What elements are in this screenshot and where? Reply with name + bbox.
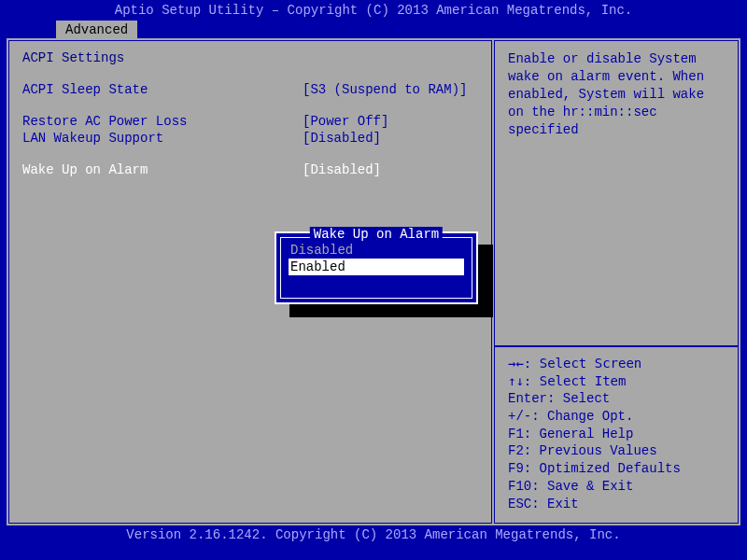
popup-title: Wake Up on Alarm — [310, 227, 443, 242]
legend-select-screen: →←: Select Screen — [508, 355, 725, 372]
setting-value: [Disabled] — [303, 131, 478, 146]
help-panel: Enable or disable System wake on alarm e… — [493, 39, 740, 525]
title-bar: Aptio Setup Utility – Copyright (C) 2013… — [0, 0, 747, 21]
legend-f1: F1: General Help — [508, 426, 725, 443]
legend-f9: F9: Optimized Defaults — [508, 460, 725, 478]
setting-value: [Power Off] — [303, 114, 478, 129]
setting-acpi-sleep-state[interactable]: ACPI Sleep State [S3 (Suspend to RAM)] — [22, 82, 478, 97]
footer-bar: Version 2.16.1242. Copyright (C) 2013 Am… — [0, 525, 747, 545]
help-text: Enable or disable System wake on alarm e… — [508, 50, 725, 138]
divider — [495, 345, 738, 347]
setting-restore-ac[interactable]: Restore AC Power Loss [Power Off] — [22, 114, 478, 129]
tab-advanced[interactable]: Advanced — [56, 21, 137, 38]
legend-enter: Enter: Select — [508, 390, 725, 408]
setting-lan-wakeup[interactable]: LAN Wakeup Support [Disabled] — [22, 131, 478, 146]
legend-change-opt: +/-: Change Opt. — [508, 408, 725, 426]
legend-select-item: ↑↓: Select Item — [508, 372, 725, 390]
popup-option-disabled[interactable]: Disabled — [289, 242, 464, 259]
main-area: ACPI Settings ACPI Sleep State [S3 (Susp… — [7, 39, 740, 525]
setting-label: LAN Wakeup Support — [22, 131, 303, 146]
setting-value: [S3 (Suspend to RAM)] — [303, 82, 478, 97]
tab-row: Advanced — [0, 21, 747, 39]
setting-wake-on-alarm[interactable]: Wake Up on Alarm [Disabled] — [22, 162, 478, 177]
settings-panel: ACPI Settings ACPI Sleep State [S3 (Susp… — [7, 39, 493, 525]
setting-value: [Disabled] — [303, 162, 478, 177]
section-title: ACPI Settings — [22, 50, 478, 65]
option-popup: Wake Up on Alarm Disabled Enabled — [275, 231, 478, 304]
setting-label: Wake Up on Alarm — [22, 162, 303, 177]
key-legend: →←: Select Screen ↑↓: Select Item Enter:… — [508, 355, 725, 513]
popup-option-enabled[interactable]: Enabled — [289, 259, 464, 275]
setting-label: ACPI Sleep State — [22, 82, 303, 97]
setting-label: Restore AC Power Loss — [22, 114, 303, 129]
legend-f2: F2: Previous Values — [508, 442, 725, 460]
legend-esc: ESC: Exit — [508, 496, 725, 513]
legend-f10: F10: Save & Exit — [508, 478, 725, 496]
